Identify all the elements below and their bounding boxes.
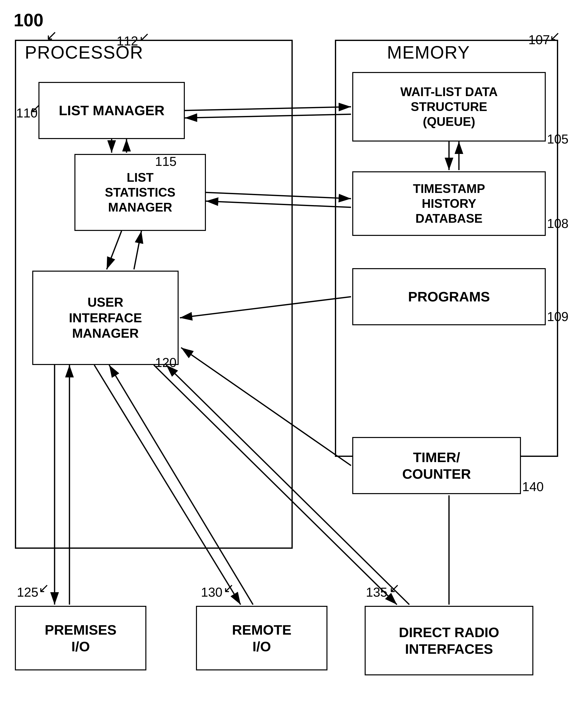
arrow-125: ↙ xyxy=(38,580,49,595)
arrow-135: ↙ xyxy=(389,580,400,595)
list-manager-box: LIST MANAGER xyxy=(38,82,185,139)
remote-io-box: REMOTEI/O xyxy=(196,606,327,670)
ref-100: 100 xyxy=(13,10,44,30)
ref-130: 130 xyxy=(201,585,222,600)
timer-counter-box: TIMER/COUNTER xyxy=(352,437,521,494)
direct-radio-box: DIRECT RADIOINTERFACES xyxy=(365,606,533,675)
ref-115: 115 xyxy=(155,154,176,169)
ref-107: 107 xyxy=(528,32,550,47)
uim-box: USERINTERFACEMANAGER xyxy=(32,271,178,365)
ref-120: 120 xyxy=(155,355,176,370)
ref-125: 125 xyxy=(17,585,38,600)
arrow-107: ↙ xyxy=(549,29,560,44)
arrow-110: ↙ xyxy=(30,101,41,115)
diagram: 100 ↙ 112 ↙ PROCESSOR MEMORY 107 ↙ LIST … xyxy=(0,0,577,728)
arrow-130: ↙ xyxy=(223,580,234,595)
wait-list-box: WAIT-LIST DATASTRUCTURE(QUEUE) xyxy=(352,72,546,141)
processor-label: PROCESSOR xyxy=(25,42,143,62)
premises-io-box: PREMISESI/O xyxy=(15,606,146,670)
ref-108: 108 xyxy=(547,216,569,231)
list-stats-box: LISTSTATISTICSMANAGER xyxy=(75,154,206,231)
memory-label: MEMORY xyxy=(387,42,470,62)
ref-109: 109 xyxy=(547,309,569,324)
ref-105: 105 xyxy=(547,132,569,147)
programs-box: PROGRAMS xyxy=(352,268,546,325)
timestamp-history-box: TIMESTAMPHISTORYDATABASE xyxy=(352,171,546,236)
ref-140: 140 xyxy=(522,479,544,494)
ref-135: 135 xyxy=(366,585,387,600)
